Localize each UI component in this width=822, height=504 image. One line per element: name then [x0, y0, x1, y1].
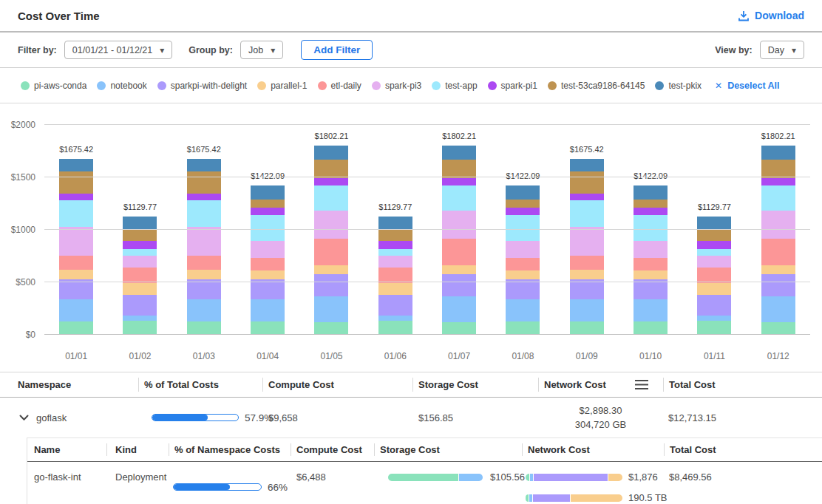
bar-segment-etl-daily[interactable]: [378, 268, 412, 283]
bar-segment-parallel-1[interactable]: [187, 270, 221, 279]
stacked-bar-01/08[interactable]: [506, 185, 540, 335]
bar-segment-test-app[interactable]: [251, 215, 285, 242]
bar-segment-spark-pi3[interactable]: [634, 241, 668, 258]
bar-segment-test-pkix[interactable]: [123, 217, 157, 230]
column-header-total[interactable]: Total Cost: [664, 438, 822, 461]
stacked-bar-01/07[interactable]: [442, 146, 476, 335]
bar-segment-test-app[interactable]: [442, 185, 476, 211]
stacked-bar-01/05[interactable]: [314, 146, 348, 335]
bar-segment-spark-pi1[interactable]: [123, 241, 157, 249]
bar-segment-etl-daily[interactable]: [697, 268, 731, 283]
bar-segment-test-app[interactable]: [697, 249, 731, 256]
bar-segment-test-app[interactable]: [59, 200, 93, 227]
bar-segment-pi-aws-conda[interactable]: [570, 321, 604, 335]
bar-segment-test-53ca9186-64145[interactable]: [59, 171, 93, 193]
bar-segment-sparkpi-with-delight[interactable]: [697, 295, 731, 316]
stacked-bar-01/02[interactable]: [123, 217, 157, 335]
stacked-bar-01/03[interactable]: [187, 159, 221, 335]
bar-segment-spark-pi1[interactable]: [506, 208, 540, 215]
column-header-pct-namespace[interactable]: % of Namespace Costs: [169, 438, 291, 461]
legend-item-test-app[interactable]: test-app: [432, 81, 477, 91]
bar-segment-spark-pi1[interactable]: [570, 194, 604, 201]
bar-segment-etl-daily[interactable]: [506, 258, 540, 270]
bar-segment-test-pkix[interactable]: [634, 185, 668, 200]
stacked-bar-01/11[interactable]: [697, 217, 731, 335]
bar-segment-test-pkix[interactable]: [59, 159, 93, 171]
bar-segment-sparkpi-with-delight[interactable]: [314, 274, 348, 296]
bar-segment-test-pkix[interactable]: [761, 146, 795, 159]
bar-segment-parallel-1[interactable]: [59, 270, 93, 279]
bar-segment-spark-pi3[interactable]: [761, 211, 795, 238]
bar-segment-spark-pi3[interactable]: [378, 256, 412, 268]
column-header-namespace[interactable]: Namespace: [0, 372, 138, 397]
bar-segment-test-app[interactable]: [761, 185, 795, 211]
bar-segment-spark-pi1[interactable]: [314, 178, 348, 186]
legend-item-sparkpi-with-delight[interactable]: sparkpi-with-delight: [157, 81, 247, 91]
bar-segment-notebook[interactable]: [123, 316, 157, 321]
stacked-bar-01/06[interactable]: [378, 217, 412, 335]
namespace-row-goflask[interactable]: goflask 57.9% $9,658 $156.85 $2,898.30 3…: [0, 398, 822, 437]
bar-segment-notebook[interactable]: [314, 296, 348, 322]
column-header-network[interactable]: Network Cost: [522, 438, 664, 461]
bar-segment-parallel-1[interactable]: [442, 265, 476, 274]
bar-segment-spark-pi3[interactable]: [314, 211, 348, 238]
bar-segment-pi-aws-conda[interactable]: [634, 321, 668, 335]
bar-segment-notebook[interactable]: [378, 316, 412, 321]
bar-segment-test-app[interactable]: [187, 200, 221, 227]
bar-segment-spark-pi1[interactable]: [634, 208, 668, 215]
bar-segment-parallel-1[interactable]: [570, 270, 604, 279]
bar-segment-etl-daily[interactable]: [442, 239, 476, 266]
group-by-select[interactable]: Job ▾: [240, 41, 283, 59]
bar-segment-etl-daily[interactable]: [123, 268, 157, 283]
deselect-all-button[interactable]: ✕ Deselect All: [715, 81, 779, 91]
bar-segment-pi-aws-conda[interactable]: [187, 321, 221, 335]
bar-segment-test-app[interactable]: [123, 249, 157, 256]
bar-segment-spark-pi3[interactable]: [570, 227, 604, 256]
bar-segment-pi-aws-conda[interactable]: [697, 321, 731, 335]
bar-segment-test-pkix[interactable]: [251, 185, 285, 200]
column-header-kind[interactable]: Kind: [106, 438, 169, 461]
bar-segment-notebook[interactable]: [570, 299, 604, 321]
bar-segment-sparkpi-with-delight[interactable]: [378, 295, 412, 316]
bar-segment-test-pkix[interactable]: [697, 217, 731, 230]
bar-segment-parallel-1[interactable]: [761, 265, 795, 274]
bar-segment-etl-daily[interactable]: [251, 258, 285, 270]
bar-segment-test-pkix[interactable]: [378, 217, 412, 230]
bar-segment-sparkpi-with-delight[interactable]: [506, 279, 540, 299]
legend-item-spark-pi3[interactable]: spark-pi3: [372, 81, 421, 91]
legend-item-spark-pi1[interactable]: spark-pi1: [488, 81, 537, 91]
bar-segment-pi-aws-conda[interactable]: [506, 321, 540, 335]
bar-segment-test-app[interactable]: [314, 185, 348, 211]
bar-segment-etl-daily[interactable]: [570, 256, 604, 269]
bar-segment-etl-daily[interactable]: [59, 256, 93, 269]
legend-item-etl-daily[interactable]: etl-daily: [318, 81, 361, 91]
legend-item-notebook[interactable]: notebook: [97, 81, 146, 91]
column-header-compute[interactable]: Compute Cost: [262, 372, 412, 397]
bar-segment-sparkpi-with-delight[interactable]: [442, 274, 476, 296]
bar-segment-parallel-1[interactable]: [506, 270, 540, 279]
bar-segment-test-pkix[interactable]: [570, 159, 604, 171]
workload-row-go-flask-int[interactable]: go-flask-int Deployment 66% $6,488 $105.…: [27, 462, 822, 504]
bar-segment-pi-aws-conda[interactable]: [59, 321, 93, 335]
bar-segment-test-app[interactable]: [634, 215, 668, 242]
column-header-storage[interactable]: Storage Cost: [374, 438, 522, 461]
bar-segment-parallel-1[interactable]: [634, 270, 668, 279]
bar-segment-spark-pi1[interactable]: [251, 208, 285, 215]
bar-segment-notebook[interactable]: [634, 299, 668, 321]
bar-segment-sparkpi-with-delight[interactable]: [761, 274, 795, 296]
column-header-pct-total[interactable]: % of Total Costs: [138, 372, 262, 397]
bar-segment-spark-pi1[interactable]: [378, 241, 412, 249]
stacked-bar-01/04[interactable]: [251, 185, 285, 335]
bar-segment-spark-pi3[interactable]: [697, 256, 731, 268]
bar-segment-spark-pi1[interactable]: [761, 178, 795, 186]
bar-segment-test-app[interactable]: [378, 249, 412, 256]
bar-segment-pi-aws-conda[interactable]: [761, 322, 795, 335]
bar-segment-pi-aws-conda[interactable]: [378, 321, 412, 335]
bar-segment-etl-daily[interactable]: [314, 239, 348, 266]
bar-segment-spark-pi3[interactable]: [251, 241, 285, 258]
bar-segment-sparkpi-with-delight[interactable]: [251, 279, 285, 299]
bar-segment-pi-aws-conda[interactable]: [442, 322, 476, 335]
legend-item-test-53ca9186-64145[interactable]: test-53ca9186-64145: [548, 81, 645, 91]
add-filter-button[interactable]: Add Filter: [301, 40, 373, 60]
bar-segment-test-53ca9186-64145[interactable]: [697, 230, 731, 241]
